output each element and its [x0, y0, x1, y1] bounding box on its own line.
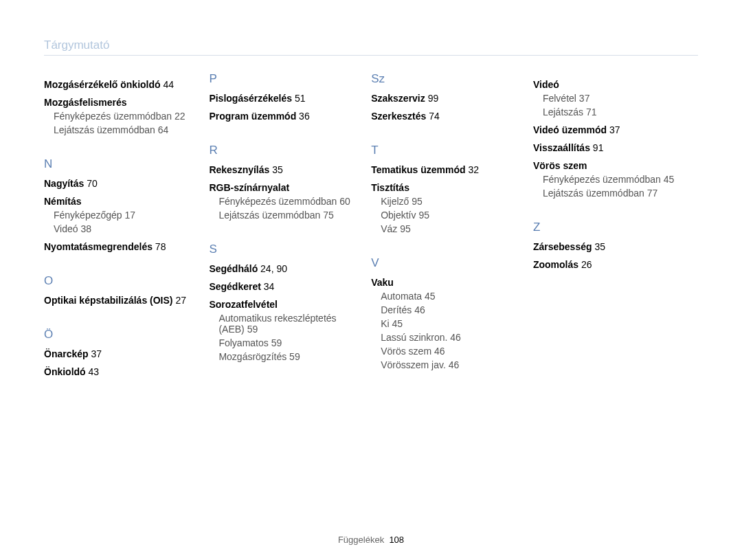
index-entry[interactable]: Visszaállítás 91 [533, 142, 698, 153]
index-subentry[interactable]: Váz 95 [381, 223, 514, 234]
index-entry[interactable]: Mozgásfelismerés [44, 97, 190, 108]
index-subentry-label: Automata [381, 291, 422, 302]
index-entry[interactable]: Szakszerviz 99 [371, 93, 514, 104]
index-subentry-label: Vörösszem jav. [381, 359, 446, 370]
index-column: SzSzakszerviz 99Szerkesztés 74TTematikus… [371, 72, 514, 377]
index-subentry-page: 45 [425, 291, 436, 302]
index-entry[interactable]: Sorozatfelvétel [209, 299, 352, 310]
index-entry[interactable]: Videó [533, 79, 698, 90]
index-column: VideóFelvétel 37Lejátszás 71Videó üzemmó… [533, 72, 698, 377]
index-subentry[interactable]: Lassú szinkron. 46 [381, 332, 514, 343]
index-subentry-page: 59 [289, 351, 300, 362]
index-entry-label: Vaku [371, 277, 394, 288]
index-entry-label: Vörös szem [533, 160, 587, 171]
index-entry[interactable]: Vörös szem [533, 160, 698, 171]
index-entry-page: 74 [429, 111, 440, 122]
index-entry[interactable]: Optikai képstabilizálás (OIS) 27 [44, 295, 190, 306]
index-subentry[interactable]: Vörösszem jav. 46 [381, 359, 514, 370]
index-entry-page: 51 [295, 93, 306, 104]
index-subentry[interactable]: Lejátszás üzemmódban 75 [218, 210, 352, 221]
index-letter: S [209, 243, 352, 256]
index-subentry-label: Derítés [381, 304, 412, 315]
index-subentry-page: 46 [414, 304, 425, 315]
index-entry[interactable]: Zoomolás 26 [533, 259, 698, 270]
index-entry-page: 44 [163, 79, 174, 90]
index-subentry[interactable]: Vörös szem 46 [381, 346, 514, 357]
index-subentry[interactable]: Lejátszás üzemmódban 64 [54, 124, 190, 135]
index-subentry[interactable]: Fényképezőgép 17 [54, 210, 190, 221]
index-subentry[interactable]: Objektív 95 [381, 210, 514, 221]
index-entry[interactable]: Zársebesség 35 [533, 241, 698, 252]
index-entry-page: 37 [609, 124, 620, 135]
index-subentry-page: 46 [449, 359, 460, 370]
index-entry[interactable]: Tisztítás [371, 182, 514, 193]
index-entry-label: Nyomtatásmegrendelés [44, 241, 153, 252]
index-subentry[interactable]: Fényképezés üzemmódban 45 [543, 174, 698, 185]
index-entry[interactable]: Nyomtatásmegrendelés 78 [44, 241, 190, 252]
index-subentry-page: 45 [392, 318, 403, 329]
index-subentry-label: Fényképezés üzemmódban [54, 111, 172, 122]
index-entry-label: Zoomolás [533, 259, 578, 270]
index-subentry[interactable]: Mozgásrögzítés 59 [218, 351, 352, 362]
index-columns: Mozgásérzékelő önkioldó 44Mozgásfelismer… [44, 72, 698, 377]
index-subentry[interactable]: Folyamatos 59 [218, 337, 352, 348]
index-entry-label: Videó [533, 79, 559, 90]
index-letter: Sz [371, 72, 514, 86]
index-entry-page: 36 [299, 111, 310, 122]
index-entry[interactable]: Nagyítás 70 [44, 178, 190, 189]
index-subentry-label: Lejátszás üzemmódban [218, 210, 320, 221]
index-entry[interactable]: Szerkesztés 74 [371, 111, 514, 122]
index-entry[interactable]: Pislogásérzékelés 51 [209, 93, 352, 104]
index-letter: N [44, 157, 190, 171]
index-entry-label: Tisztítás [371, 182, 409, 193]
index-entry-page: 27 [175, 295, 186, 306]
index-entry-label: Visszaállítás [533, 142, 590, 153]
index-entry[interactable]: Önkioldó 43 [44, 366, 190, 377]
index-entry-label: Nagyítás [44, 178, 84, 189]
index-subentry[interactable]: Felvétel 37 [543, 93, 698, 104]
index-subentry-label: Automatikus rekeszléptetés (AEB) [218, 313, 336, 335]
index-entry-label: Rekesznyílás [209, 164, 269, 175]
index-entry[interactable]: Program üzemmód 36 [209, 111, 352, 122]
index-subentry[interactable]: Ki 45 [381, 318, 514, 329]
index-entry[interactable]: Önarckép 37 [44, 348, 190, 359]
page-footer: Függelékek 108 [0, 535, 742, 545]
index-subentry-label: Fényképezés üzemmódban [543, 174, 661, 185]
index-entry[interactable]: Mozgásérzékelő önkioldó 44 [44, 79, 190, 90]
index-subentry-page: 95 [418, 210, 429, 221]
index-subentry-label: Kijelző [381, 196, 409, 207]
index-letter: Z [533, 221, 698, 234]
index-subentry-label: Lejátszás üzemmódban [543, 188, 644, 199]
footer-page: 108 [389, 535, 404, 545]
index-entry[interactable]: Rekesznyílás 35 [209, 164, 352, 175]
index-entry[interactable]: Vaku [371, 277, 514, 288]
index-subentry[interactable]: Lejátszás üzemmódban 77 [543, 188, 698, 199]
index-entry-page: 34 [264, 281, 275, 292]
index-entry-label: Szerkesztés [371, 111, 426, 122]
index-letter: O [44, 274, 190, 288]
index-entry[interactable]: Segédkeret 34 [209, 281, 352, 292]
index-entry-label: Tematikus üzemmód [371, 164, 465, 175]
index-subentry[interactable]: Lejátszás 71 [543, 107, 698, 117]
index-subentry-label: Lejátszás [543, 107, 583, 117]
index-entry-page: 70 [87, 178, 98, 189]
index-entry[interactable]: Némítás [44, 196, 190, 207]
index-subentry[interactable]: Derítés 46 [381, 304, 514, 315]
index-subentry[interactable]: Automatikus rekeszléptetés (AEB) 59 [218, 313, 352, 335]
index-entry[interactable]: Tematikus üzemmód 32 [371, 164, 514, 175]
index-entry-label: Optikai képstabilizálás (OIS) [44, 295, 173, 306]
index-subentry[interactable]: Kijelző 95 [381, 196, 514, 207]
index-subentry-page: 46 [450, 332, 461, 343]
index-subentry-page: 75 [323, 210, 334, 221]
index-entry-page: 32 [468, 164, 479, 175]
index-letter: R [209, 144, 352, 157]
index-entry[interactable]: Segédháló 24, 90 [209, 263, 352, 274]
index-entry[interactable]: RGB-színárnyalat [209, 182, 352, 193]
index-subentry[interactable]: Fényképezés üzemmódban 22 [54, 111, 190, 122]
index-entry[interactable]: Videó üzemmód 37 [533, 124, 698, 135]
index-subentry[interactable]: Fényképezés üzemmódban 60 [218, 196, 352, 207]
index-subentry-label: Videó [54, 223, 78, 234]
index-subentry[interactable]: Automata 45 [381, 291, 514, 302]
index-subentry[interactable]: Videó 38 [54, 223, 190, 234]
index-entry-page: 37 [91, 348, 102, 359]
